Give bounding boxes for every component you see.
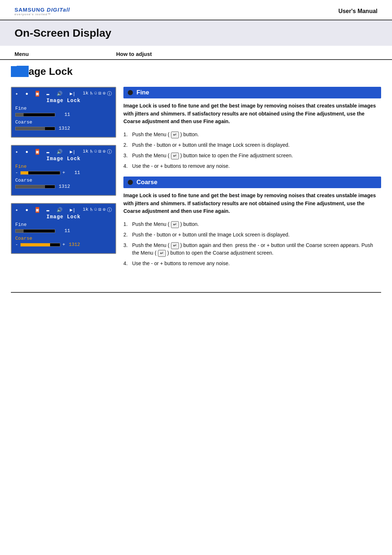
fine-step-3-num: 3. <box>123 152 130 159</box>
osd-icon-square-2: ⊡ <box>98 149 101 155</box>
osd-coarse-val-3: 1312 <box>68 242 80 247</box>
osd-icon-face-2: ☺ <box>94 149 97 155</box>
fine-step-2-text: Push the - button or + button until the … <box>132 141 290 149</box>
fine-step-2: 2. Push the - button or + button until t… <box>123 141 381 149</box>
osd-icons-row-1: ✦ ● ▣ ▬ 🔊 ▶| ìk ♄ ☺ ⊡ ⊙ ⓘ <box>15 90 112 97</box>
osd-fine-item-1: Fine 11 <box>15 106 112 117</box>
column-headers: Menu How to adjust <box>0 46 392 60</box>
osd-icon-clock-2: ⊙ <box>103 149 106 155</box>
osd-icon-image-2: ▣ <box>36 149 39 155</box>
osd-coarse-bar-row-1: 1312 <box>15 126 112 131</box>
fine-step-3-text: Push the Menu ( ↵ ) button twice to open… <box>132 152 293 159</box>
osd-icon-k-2: ìk <box>83 149 89 155</box>
image-lock-heading-row: Image Lock <box>11 66 381 77</box>
coarse-step-1-num: 1. <box>123 220 130 228</box>
samsung-name-text: SAMSUNG DIGITall <box>15 7 70 13</box>
digital-text: DIGITall <box>47 7 70 13</box>
osd-icon-sun: ✦ <box>15 91 18 97</box>
image-lock-section: Image Lock <box>0 60 392 80</box>
osd-icon-k-3: ìk <box>83 207 89 213</box>
osd-fine-val-3: 11 <box>57 228 70 234</box>
osd-icon-circle-3: ● <box>25 207 28 213</box>
footer-divider <box>11 292 381 293</box>
fine-step-1-num: 1. <box>123 131 130 138</box>
osd-icon-image: ▣ <box>36 91 39 97</box>
coarse-step-3-text: Push the Menu ( ↵ ) button again and the… <box>132 242 381 257</box>
osd-icon-info: ⓘ <box>107 90 112 97</box>
coarse-step-3: 3. Push the Menu ( ↵ ) button again and … <box>123 242 381 257</box>
osd-fine-bar-bg-3 <box>15 229 55 233</box>
menu-btn-icon-f1: ↵ <box>171 131 179 138</box>
osd-coarse-bar-fill-3 <box>21 243 50 246</box>
osd-fine-val-2: 11 <box>68 170 80 175</box>
osd-icon-clock: ⊙ <box>103 90 106 97</box>
samsung-logo: SAMSUNG DIGITall everyone's invited™ <box>15 7 70 16</box>
osd-screen-2: ✦ ● ▣ ▬ 🔊 ▶| ìk ♄ ☺ ⊡ ⊙ ⓘ Image Lock Fin… <box>11 145 116 196</box>
fine-step-1: 1. Push the Menu ( ↵ ) button. <box>123 131 381 138</box>
osd-coarse-bar-fill-1 <box>16 127 45 130</box>
osd-icon-saturn-3: ♄ <box>90 207 93 213</box>
page-title-banner: On-Screen Display <box>0 20 392 46</box>
fine-step-4-num: 4. <box>123 162 130 170</box>
osd-fine-bar-bg-2 <box>20 171 60 175</box>
osd-icon-arrow: ▶| <box>70 91 75 97</box>
coarse-description: Image Lock is used to fine tune and get … <box>123 192 381 215</box>
osd-icon-square: ⊡ <box>98 90 101 97</box>
fine-step-4: 4. Use the - or + buttons to remove any … <box>123 162 381 170</box>
fine-step-4-text: Use the - or + buttons to remove any noi… <box>132 162 230 170</box>
osd-minus-3: - <box>15 242 18 247</box>
osd-fine-bar-fill-2 <box>21 171 29 174</box>
osd-coarse-item-2: Coarse 1312 <box>15 178 112 189</box>
osd-coarse-bar-row-3: - + 1312 <box>15 242 112 247</box>
osd-coarse-bar-row-2: 1312 <box>15 184 112 189</box>
osd-icons-row-3: ✦ ● ▣ ▬ 🔊 ▶| ìk ♄ ☺ ⊡ ⊙ ⓘ <box>15 207 112 213</box>
coarse-step-4-num: 4. <box>123 260 130 267</box>
osd-coarse-bar-fill-2 <box>16 185 45 188</box>
coarse-step-4: 4. Use the - or + buttons to remove any … <box>123 260 381 267</box>
menu-col-header: Menu <box>15 51 116 57</box>
image-lock-title: Image Lock <box>17 66 73 77</box>
osd-minus-2: - <box>15 170 18 175</box>
osd-coarse-val-2: 1312 <box>57 184 70 189</box>
page-title: On-Screen Display <box>15 27 377 39</box>
image-lock-rest: age Lock <box>29 66 73 77</box>
osd-fine-bar-bg-1 <box>15 113 55 117</box>
osd-icons-row-2: ✦ ● ▣ ▬ 🔊 ▶| ìk ♄ ☺ ⊡ ⊙ ⓘ <box>15 149 112 155</box>
coarse-step-1: 1. Push the Menu ( ↵ ) button. <box>123 220 381 228</box>
coarse-step-4-text: Use the - or + buttons to remove any noi… <box>132 260 230 267</box>
menu-btn-icon-f3: ↵ <box>171 153 179 159</box>
osd-screen-3: ✦ ● ▣ ▬ 🔊 ▶| ìk ♄ ☺ ⊡ ⊙ ⓘ Image Lock Fin… <box>11 203 116 254</box>
osd-fine-label-1: Fine <box>15 106 112 111</box>
osd-coarse-item-1: Coarse 1312 <box>15 119 112 131</box>
osd-icon-clock-3: ⊙ <box>103 207 106 213</box>
osd-icon-arrow-2: ▶| <box>70 149 75 155</box>
fine-step-3: 3. Push the Menu ( ↵ ) button twice to o… <box>123 152 381 159</box>
osd-coarse-bar-bg-1 <box>15 127 55 130</box>
osd-icon-circle: ● <box>25 91 28 97</box>
page-header: SAMSUNG DIGITall everyone's invited™ Use… <box>0 0 392 20</box>
osd-icon-saturn-2: ♄ <box>90 149 93 155</box>
osd-coarse-label-1: Coarse <box>15 119 112 125</box>
osd-title-2: Image Lock <box>15 156 112 162</box>
osd-icon-sun-3: ✦ <box>15 207 18 213</box>
osd-icon-info-3: ⓘ <box>107 207 112 213</box>
coarse-step-2: 2. Push the - button or + button until t… <box>123 231 381 239</box>
osd-icon-k: ìk <box>83 90 89 97</box>
osd-fine-label-2: Fine <box>15 164 112 169</box>
osd-plus-2: + <box>62 170 65 175</box>
menu-btn-icon-c3b: ↵ <box>158 250 166 257</box>
main-content: ✦ ● ▣ ▬ 🔊 ▶| ìk ♄ ☺ ⊡ ⊙ ⓘ Image Lock Fin… <box>0 80 392 281</box>
osd-fine-bar-fill-3 <box>16 230 24 232</box>
osd-fine-item-2: Fine - + 11 <box>15 164 112 175</box>
osd-icon-circle-2: ● <box>25 149 28 155</box>
osd-coarse-label-3: Coarse <box>15 236 112 241</box>
osd-icon-face: ☺ <box>94 90 97 97</box>
fine-section-title: Fine <box>136 89 149 96</box>
osd-fine-bar-row-1: 11 <box>15 112 112 117</box>
samsung-text: SAMSUNG <box>15 7 47 13</box>
osd-title-1: Image Lock <box>15 98 112 104</box>
osd-fine-bar-row-3: 11 <box>15 228 112 234</box>
osd-screens-column: ✦ ● ▣ ▬ 🔊 ▶| ìk ♄ ☺ ⊡ ⊙ ⓘ Image Lock Fin… <box>11 87 116 274</box>
osd-coarse-label-2: Coarse <box>15 178 112 183</box>
coarse-step-2-num: 2. <box>123 231 130 239</box>
